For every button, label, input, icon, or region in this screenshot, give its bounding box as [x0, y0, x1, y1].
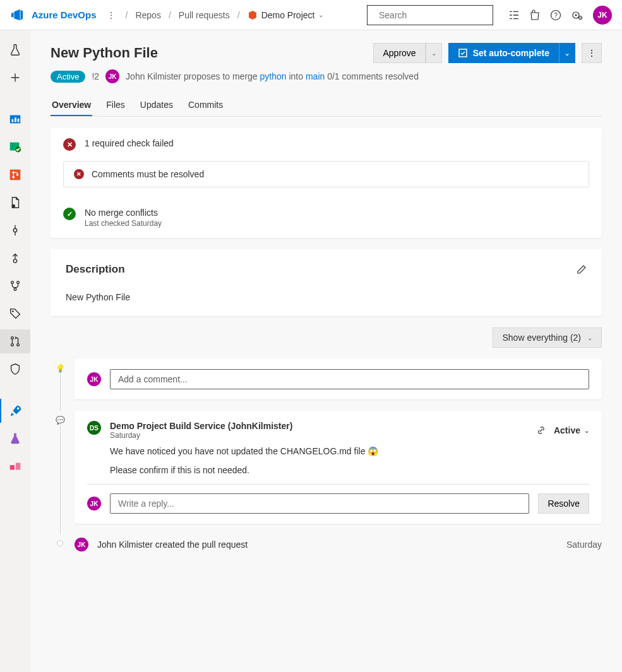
- settings-icon[interactable]: [571, 9, 583, 21]
- add-comment-input[interactable]: [110, 369, 589, 389]
- comment-card: DS Demo Project Build Service (JohnKilmi…: [75, 411, 602, 524]
- sidebar-add[interactable]: [0, 66, 30, 90]
- svg-point-7: [580, 17, 581, 18]
- plus-icon: [8, 71, 22, 85]
- bulb-icon: 💡: [56, 364, 65, 399]
- approve-dropdown[interactable]: ⌄: [426, 43, 442, 63]
- svg-point-13: [12, 176, 15, 179]
- src-branch-link[interactable]: python: [260, 71, 287, 81]
- svg-point-16: [13, 228, 17, 232]
- search-box[interactable]: [367, 5, 493, 25]
- flask-icon: [8, 43, 22, 57]
- timeline: 💡 JK 💬 DS Demo Project Build Service (Jo…: [56, 359, 602, 554]
- chevron-down-icon: ⌄: [431, 50, 436, 57]
- approve-button-group: Approve ⌄: [373, 43, 441, 63]
- breadcrumb-repos[interactable]: Repos: [135, 10, 160, 20]
- autocomplete-button[interactable]: Set auto-complete: [448, 43, 559, 63]
- author-avatar: JK: [105, 69, 119, 83]
- sidebar-artifacts[interactable]: [0, 454, 30, 478]
- file-icon: [8, 196, 22, 209]
- svg-point-5: [575, 14, 577, 16]
- boards-icon: [8, 140, 22, 154]
- sidebar-commits[interactable]: [0, 218, 30, 242]
- marketplace-icon[interactable]: [530, 9, 540, 21]
- autocomplete-icon: [458, 48, 468, 58]
- help-icon[interactable]: ?: [550, 9, 561, 21]
- sidebar-branches[interactable]: [0, 274, 30, 298]
- dst-branch-link[interactable]: main: [306, 71, 325, 81]
- sidebar-files[interactable]: [0, 191, 30, 215]
- user-avatar[interactable]: JK: [593, 6, 612, 25]
- tab-commits[interactable]: Commits: [187, 95, 224, 116]
- resolve-button[interactable]: Resolve: [538, 493, 589, 514]
- link-icon[interactable]: [536, 425, 546, 435]
- sidebar-tags[interactable]: [0, 302, 30, 326]
- sidebar-flask[interactable]: [0, 38, 30, 62]
- sidebar-pull-requests[interactable]: [0, 329, 30, 353]
- svg-point-17: [13, 259, 17, 263]
- tab-updates[interactable]: Updates: [139, 95, 174, 116]
- user-avatar: JK: [87, 372, 101, 386]
- sidebar-boards[interactable]: [0, 135, 30, 159]
- testplan-icon: [8, 432, 22, 445]
- timeline-dot: [57, 540, 63, 546]
- description-card: Description New Python File: [51, 249, 602, 316]
- rocket-icon: [9, 404, 23, 418]
- approve-button[interactable]: Approve: [373, 43, 425, 63]
- reply-input[interactable]: [110, 493, 529, 514]
- description-label: Description: [66, 263, 125, 276]
- more-menu-icon[interactable]: ⋮: [104, 8, 118, 23]
- svg-point-21: [12, 310, 14, 312]
- comment-status-dropdown[interactable]: Active ⌄: [554, 425, 589, 435]
- tasks-icon[interactable]: [508, 9, 520, 21]
- chevron-down-icon: ⌄: [565, 50, 570, 57]
- sidebar-security[interactable]: [0, 357, 30, 381]
- edit-icon[interactable]: [577, 264, 587, 274]
- autocomplete-dropdown[interactable]: ⌄: [559, 43, 575, 63]
- error-icon: ✕: [63, 138, 76, 151]
- comment-line: We have noticed you have not updated the…: [110, 446, 589, 456]
- tab-files[interactable]: Files: [105, 95, 126, 116]
- top-bar: Azure DevOps ⋮ / Repos / Pull requests /…: [0, 0, 622, 30]
- svg-rect-26: [10, 465, 15, 469]
- svg-text:?: ?: [554, 12, 558, 19]
- branch-icon: [8, 279, 22, 293]
- brand-label[interactable]: Azure DevOps: [32, 9, 97, 20]
- add-comment-card: JK: [75, 359, 602, 399]
- shield-icon: [8, 362, 22, 376]
- comment-line: Please confirm if this is not needed.: [110, 465, 589, 475]
- history-time: Saturday: [566, 539, 602, 550]
- svg-rect-11: [10, 170, 21, 180]
- sidebar-repos[interactable]: [0, 163, 30, 187]
- tab-overview[interactable]: Overview: [51, 95, 92, 116]
- last-checked-text: Last checked Saturday: [85, 219, 162, 228]
- sidebar-testplans[interactable]: [0, 427, 30, 451]
- more-actions-button[interactable]: ⋮: [582, 43, 602, 63]
- show-everything-dropdown[interactable]: Show everything (2) ⌄: [493, 327, 602, 348]
- breadcrumb-pulls[interactable]: Pull requests: [179, 10, 230, 20]
- svg-point-20: [14, 288, 16, 291]
- breadcrumb-project[interactable]: Demo Project ⌄: [248, 10, 324, 20]
- svg-point-15: [12, 204, 16, 208]
- svg-point-14: [16, 174, 19, 176]
- comment-icon: 💬: [56, 416, 65, 524]
- check-failed-text: 1 required check failed: [85, 138, 174, 148]
- sidebar: [0, 30, 30, 672]
- svg-rect-27: [16, 463, 20, 470]
- sidebar-dashboard[interactable]: [0, 107, 30, 131]
- user-avatar: JK: [87, 497, 101, 510]
- azure-devops-logo: [10, 8, 24, 22]
- pr-icon: [8, 334, 22, 348]
- svg-point-24: [17, 344, 20, 346]
- sidebar-pipelines[interactable]: [0, 399, 30, 423]
- status-badge: Active: [51, 71, 85, 83]
- svg-point-22: [11, 337, 14, 339]
- sidebar-pushes[interactable]: [0, 246, 30, 270]
- repos-icon: [8, 168, 22, 182]
- check-must-resolve: Comments must be resolved: [92, 169, 204, 179]
- svg-point-23: [11, 344, 14, 346]
- tag-icon: [8, 307, 22, 321]
- search-input[interactable]: [379, 10, 489, 20]
- push-icon: [8, 251, 22, 265]
- no-conflicts-text: No merge conflicts: [85, 208, 162, 218]
